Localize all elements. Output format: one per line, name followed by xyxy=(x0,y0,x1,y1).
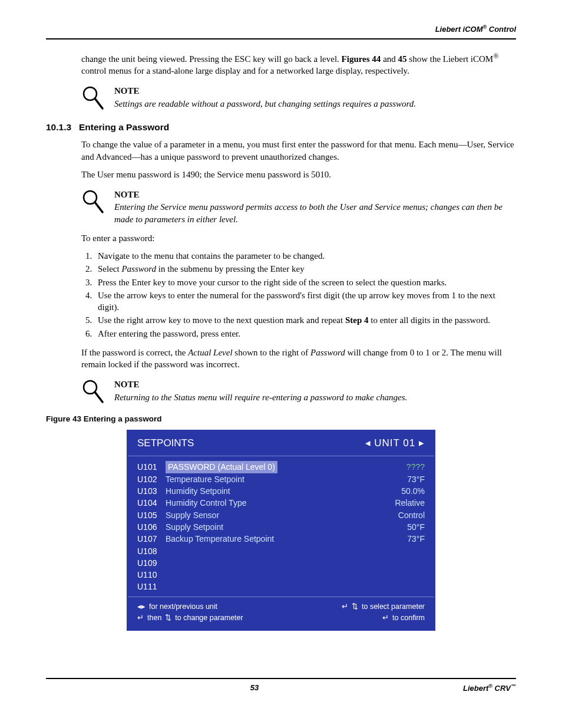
row-code: U111 xyxy=(137,581,166,592)
screen-body: U101PASSWORD (Actual Level 0)????U102Tem… xyxy=(128,456,434,596)
screen-title: SETPOINTS xyxy=(137,437,194,450)
screen-legend: ◂▸ for next/previous unit ↵ then ⇅ to ch… xyxy=(128,597,434,630)
row-label: Supply Sensor xyxy=(166,509,398,521)
row-code: U109 xyxy=(137,557,166,569)
section-heading: 10.1.3Entering a Password xyxy=(46,121,516,134)
after-d: Password xyxy=(310,348,345,357)
steps-list: Navigate to the menu that contains the p… xyxy=(94,250,516,340)
step-2a: Select xyxy=(98,264,121,274)
enter-icon: ↵ xyxy=(382,613,389,623)
note-title: NOTE xyxy=(114,378,516,390)
intro-figs-b: 45 xyxy=(398,54,407,64)
svg-line-3 xyxy=(95,202,103,212)
screen-row: U110 xyxy=(137,569,425,581)
note-block-2: NOTE Entering the Service menu password … xyxy=(81,189,516,225)
screen-row: U103Humidity Setpoint50.0% xyxy=(137,485,425,497)
row-code: U110 xyxy=(137,569,166,581)
step-4: Use the arrow keys to enter the numeral … xyxy=(94,289,516,314)
row-value: 73°F xyxy=(407,533,425,545)
row-code: U103 xyxy=(137,485,166,497)
screen-unit-label: UNIT 01 xyxy=(374,437,415,449)
intro-text-b: show the Liebert iCOM xyxy=(407,54,494,64)
header-suffix: Control xyxy=(487,25,516,34)
up-down-arrows-icon: ⇅ xyxy=(165,613,171,623)
reg-mark: ® xyxy=(488,683,492,689)
screen-row: U107Backup Temperature Setpoint73°F xyxy=(137,533,425,545)
enter-icon: ↵ xyxy=(137,613,144,623)
note-block-3: NOTE Returning to the Status menu will r… xyxy=(81,378,516,406)
row-value: ???? xyxy=(406,461,425,473)
legend-row: ◂▸ for next/previous unit xyxy=(137,602,275,612)
page-header: Liebert iCOM® Control xyxy=(46,24,516,39)
step-6: After entering the password, press enter… xyxy=(94,328,516,340)
page-number: 53 xyxy=(250,683,259,694)
legend-row: ↵ then ⇅ to change parameter xyxy=(137,613,275,623)
screen-header: SETPOINTS ◂ UNIT 01 ▸ xyxy=(128,431,434,457)
step-6-text: After entering the password, press enter… xyxy=(98,329,240,338)
step-5: Use the right arrow key to move to the n… xyxy=(94,314,516,326)
row-code: U108 xyxy=(137,545,166,557)
intro-and: and xyxy=(381,54,398,64)
intro-figs-a: Figures 44 xyxy=(342,54,381,64)
footer-brand-text: Liebert xyxy=(463,684,488,693)
step-3-text: Press the Enter key to move your cursor … xyxy=(98,278,447,287)
legend-l2a: then xyxy=(147,613,161,623)
legend-r1: to select parameter xyxy=(362,602,425,612)
row-label xyxy=(166,545,425,557)
note-block-1: NOTE Settings are readable without a pas… xyxy=(81,85,516,112)
row-label: Humidity Control Type xyxy=(166,497,395,509)
row-value: 50°F xyxy=(407,521,425,533)
legend-l2b: to change parameter xyxy=(175,613,243,623)
row-value: 73°F xyxy=(407,473,425,485)
svg-line-5 xyxy=(95,392,103,402)
left-right-arrows-icon: ◂▸ xyxy=(137,602,146,612)
section-title: Entering a Password xyxy=(79,122,169,132)
screen-row: U109 xyxy=(137,557,425,569)
screen-row: U102Temperature Setpoint73°F xyxy=(137,473,425,485)
row-code: U104 xyxy=(137,497,166,509)
page-footer: 53 Liebert® CRV™ xyxy=(46,678,516,694)
intro-text-c: control menus for a stand-alone large di… xyxy=(81,66,409,75)
footer-model: CRV xyxy=(492,684,511,693)
pwd-intro: To enter a password: xyxy=(81,232,516,244)
svg-line-1 xyxy=(95,98,103,108)
footer-brand: Liebert® CRV™ xyxy=(463,683,516,694)
row-label-selected: PASSWORD (Actual Level 0) xyxy=(166,461,277,473)
after-c: shown to the right of xyxy=(233,348,311,357)
legend-row: ↵ ⇅ to select parameter xyxy=(287,602,425,612)
lcd-screen: SETPOINTS ◂ UNIT 01 ▸ U101PASSWORD (Actu… xyxy=(127,430,435,631)
row-value: Control xyxy=(398,509,425,521)
step-5c: to enter all digits in the password. xyxy=(368,315,490,325)
row-label: PASSWORD (Actual Level 0) xyxy=(166,461,406,473)
after-b: Actual Level xyxy=(188,348,232,357)
intro-paragraph: change the unit being viewed. Pressing t… xyxy=(81,51,516,77)
row-code: U107 xyxy=(137,533,166,545)
legend-r2: to confirm xyxy=(392,613,425,623)
note-body: Returning to the Status menu will requir… xyxy=(114,391,516,403)
screen-row: U101PASSWORD (Actual Level 0)???? xyxy=(137,461,425,473)
step-4-text: Use the arrow keys to enter the numeral … xyxy=(98,291,495,312)
note-title: NOTE xyxy=(114,189,516,200)
note-body: Entering the Service menu password permi… xyxy=(114,201,516,225)
row-label: Supply Setpoint xyxy=(166,521,407,533)
row-value: 50.0% xyxy=(401,485,425,497)
row-code: U102 xyxy=(137,473,166,485)
note-body: Settings are readable without a password… xyxy=(114,98,516,110)
screen-unit: ◂ UNIT 01 ▸ xyxy=(365,437,425,450)
row-value: Relative xyxy=(395,497,425,509)
after-a: If the password is correct, the xyxy=(81,348,188,357)
step-5a: Use the right arrow key to move to the n… xyxy=(98,315,345,325)
chevron-right-icon: ▸ xyxy=(419,437,425,449)
chevron-left-icon: ◂ xyxy=(365,437,371,449)
intro-reg: ® xyxy=(493,52,499,60)
row-label: Temperature Setpoint xyxy=(166,473,407,485)
step-5b: Step 4 xyxy=(345,315,369,325)
step-2c: in the submenu by pressing the Enter key xyxy=(156,264,305,274)
legend-l1: for next/previous unit xyxy=(149,602,217,612)
enter-icon: ↵ xyxy=(342,602,348,612)
section-p2: The User menu password is 1490; the Serv… xyxy=(81,169,516,180)
screen-row: U104Humidity Control TypeRelative xyxy=(137,497,425,509)
row-label xyxy=(166,581,425,592)
screen-row: U106Supply Setpoint50°F xyxy=(137,521,425,533)
header-brand: Liebert iCOM xyxy=(435,25,483,34)
